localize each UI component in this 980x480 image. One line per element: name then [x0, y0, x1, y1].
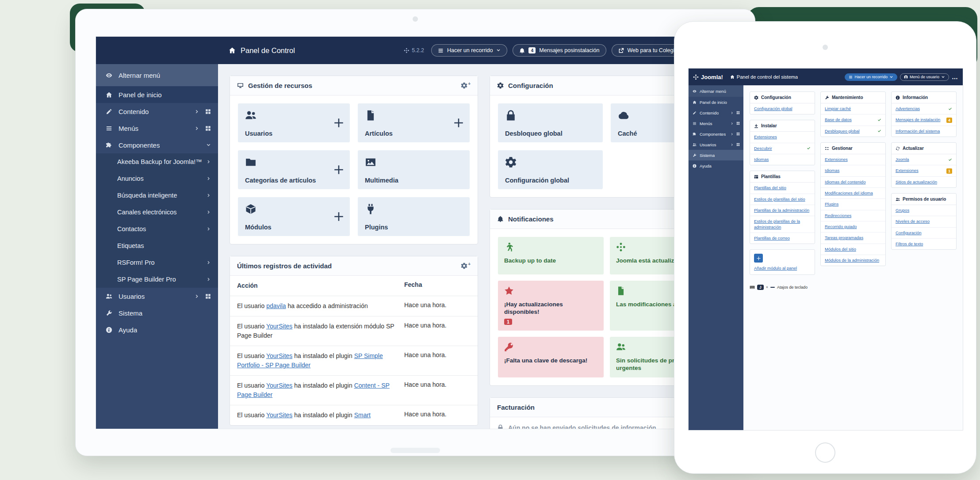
dashboard-link[interactable]: Tareas programadas [821, 232, 885, 243]
dashboard-link[interactable]: Redirecciones [821, 210, 885, 221]
tile-plugins[interactable]: Plugins [358, 197, 470, 236]
sidebar-item-components[interactable]: Componentes [96, 137, 218, 153]
add-button[interactable] [333, 211, 345, 222]
dashboard-link[interactable]: Estilos de plantillas del sitio [750, 194, 815, 205]
dashboard-link[interactable]: Módulos de la administración [821, 255, 885, 266]
dashboard-link[interactable]: Descubrir [750, 143, 815, 154]
card-settings-button[interactable] [461, 263, 471, 269]
user-link[interactable]: pdavila [266, 302, 286, 309]
sidebar-item-home[interactable]: Panel de inicio [689, 97, 743, 107]
sidebar-item-home[interactable]: Panel de inicio [96, 86, 218, 103]
more-menu-button[interactable]: … [952, 73, 958, 80]
card-header: Últimos registros de actividad [230, 256, 478, 276]
dashboard-link[interactable]: Idiomas del contenido [821, 176, 885, 187]
card-settings-button[interactable] [461, 82, 471, 89]
sidebar-item-content[interactable]: Contenido [96, 103, 218, 120]
grid-icon[interactable] [736, 143, 740, 146]
postinstall-messages-button[interactable]: 4 Mensajes posinstalación [513, 44, 606, 57]
dashboard-link[interactable]: Extensiones [750, 132, 815, 142]
dashboard-link[interactable]: Extensiones 1 [892, 165, 956, 176]
grid-icon[interactable] [736, 111, 740, 114]
grid-icon[interactable] [736, 132, 740, 136]
dashboard-link[interactable]: Advertencias [892, 103, 956, 114]
tile-articles[interactable]: Artículos [358, 103, 470, 142]
add-module-label[interactable]: Añadir módulo al panel [754, 266, 811, 270]
notification-download-key[interactable]: ¡Falta una clave de descarga! [498, 337, 604, 377]
dashboard-link[interactable]: Plantillas del sitio [750, 183, 815, 193]
sidebar-item-toggle-menu[interactable]: Alternar menú [689, 85, 743, 97]
dashboard-link[interactable]: Idiomas [821, 165, 885, 176]
extension-link[interactable]: Smart [354, 411, 371, 419]
tile-modules[interactable]: Módulos [238, 197, 350, 236]
tile-article-categories[interactable]: Categorías de artículos [238, 150, 350, 189]
dashboard-link[interactable]: Desbloqueo global [821, 126, 885, 137]
user-menu-button[interactable]: Menú de usuario [900, 73, 949, 81]
grid-icon[interactable] [205, 109, 211, 114]
sidebar-item-content[interactable]: Contenido [689, 107, 743, 118]
dashboard-link[interactable]: Extensiones [821, 154, 885, 165]
sidebar-subitem[interactable]: Contactos [96, 221, 218, 237]
sidebar-subitem[interactable]: RSForm! Pro [96, 254, 218, 271]
dashboard-link[interactable]: Información del sistema [892, 126, 956, 137]
dashboard-link[interactable]: Idiomas [750, 154, 815, 165]
dashboard-link[interactable]: Joomla [892, 154, 956, 165]
dashboard-link[interactable]: Base de datos [821, 114, 885, 125]
dashboard-link[interactable]: Sitios de actualización [892, 176, 956, 187]
grid-icon[interactable] [736, 122, 740, 125]
sidebar-subitem[interactable]: Canales electrónicos [96, 204, 218, 221]
tile-global-checkin[interactable]: Desbloqueo global [498, 103, 603, 142]
laptop-device-frame: Panel de Control 5.2.2 Hacer un recorrid… [75, 9, 755, 456]
update-count-badge: 1 [504, 319, 512, 325]
dashboard-link[interactable]: Configuración [892, 227, 956, 238]
dashboard-link[interactable]: Estilos de plantillas de la administraci… [750, 216, 815, 232]
user-link[interactable]: YourSites [266, 323, 292, 330]
dashboard-link[interactable]: Niveles de acceso [892, 216, 956, 227]
sidebar-item-menus[interactable]: Menús [689, 118, 743, 129]
notification-updates-available[interactable]: ¡Hay actualizaciones disponibles! 1 [498, 281, 604, 331]
grid-icon[interactable] [205, 126, 211, 131]
sidebar-item-components[interactable]: Componentes [689, 129, 743, 139]
user-link[interactable]: YourSites [266, 411, 292, 419]
sidebar-subitem[interactable]: Anuncios [96, 170, 218, 187]
dashboard-link[interactable]: Recorrido guiado [821, 221, 885, 232]
sidebar-item-help[interactable]: Ayuda [689, 160, 743, 171]
dashboard-link[interactable]: Grupos [892, 205, 956, 216]
sidebar-item-menus[interactable]: Menús [96, 120, 218, 137]
file-icon [616, 286, 626, 296]
tour-button[interactable]: Hacer un recorrido [845, 73, 897, 81]
user-link[interactable]: YourSites [266, 352, 292, 359]
grid-icon[interactable] [205, 293, 211, 299]
sidebar-item-system[interactable]: Sistema [689, 150, 743, 160]
tile-global-configuration[interactable]: Configuración global [498, 150, 603, 189]
dashboard-link[interactable]: Módulos del sitio [821, 244, 885, 255]
sidebar-item-users[interactable]: Usuarios [96, 288, 218, 305]
add-button[interactable] [333, 164, 345, 175]
dashboard-link[interactable]: Plugins [821, 198, 885, 210]
lock-icon [497, 424, 504, 429]
dashboard-link[interactable]: Filtros de texto [892, 238, 956, 249]
sidebar-subitem[interactable]: Búsqueda inteligente [96, 187, 218, 204]
dashboard-link[interactable]: Modificaciones del idioma [821, 187, 885, 198]
tour-button[interactable]: Hacer un recorrido [431, 44, 508, 57]
sidebar-subitem[interactable]: Akeeba Backup for Joomla!™ [96, 153, 218, 170]
sidebar-item-help[interactable]: Ayuda [96, 321, 218, 338]
tile-users[interactable]: Usuarios [238, 103, 350, 142]
dashboard-link[interactable]: Configuración global [750, 103, 815, 114]
user-link[interactable]: YourSites [266, 382, 292, 389]
dashboard-link[interactable]: Limpiar caché [821, 103, 885, 114]
dashboard-link[interactable]: Plantillas de correo [750, 232, 815, 244]
sidebar-subitem[interactable]: SP Page Builder Pro [96, 271, 218, 288]
sidebar-item-toggle-menu[interactable]: Alternar menú [96, 64, 218, 86]
dashboard-link[interactable]: Plantillas de la administración [750, 205, 815, 216]
pencil-icon [105, 108, 113, 115]
sidebar-subitem[interactable]: Etiquetas [96, 237, 218, 254]
home-icon [105, 91, 113, 98]
notification-backup[interactable]: Backup up to date [498, 237, 604, 274]
sidebar-item-system[interactable]: Sistema [96, 305, 218, 321]
sidebar-item-users[interactable]: Usuarios [689, 139, 743, 150]
add-module-button[interactable] [754, 254, 763, 263]
add-button[interactable] [333, 117, 345, 129]
add-button[interactable] [453, 117, 464, 129]
dashboard-link[interactable]: Mensajes de instalación 4 [892, 114, 956, 125]
tile-media[interactable]: Multimedia [358, 150, 470, 189]
